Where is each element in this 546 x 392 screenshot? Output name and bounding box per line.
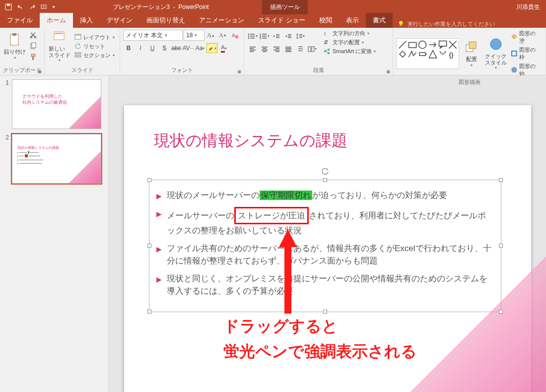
section-button[interactable]: セクション▾	[72, 52, 117, 59]
svg-rect-46	[263, 48, 267, 49]
increase-font-icon[interactable]: A▲	[205, 30, 216, 40]
align-center-icon[interactable]	[259, 44, 270, 54]
redo-icon[interactable]	[27, 1, 38, 12]
line-spacing-icon[interactable]: ▾	[295, 31, 306, 41]
justify-icon[interactable]	[283, 44, 294, 54]
change-case-icon[interactable]: Aa▾	[195, 43, 205, 53]
reset-button[interactable]: リセット	[72, 43, 117, 50]
align-left-icon[interactable]	[247, 44, 258, 54]
svg-rect-4	[12, 33, 16, 36]
resize-handle[interactable]	[147, 244, 151, 248]
slide-canvas-area[interactable]: 現状の情報システムの課題 ▶ 現状のメールサーバーの保守期限切れが迫っており、何…	[109, 75, 546, 392]
numbering-icon[interactable]: 123▾	[259, 31, 270, 41]
tab-review[interactable]: 校閲	[312, 13, 339, 28]
arrange-button[interactable]: 配置▾	[460, 37, 483, 70]
save-icon[interactable]	[3, 1, 14, 12]
svg-rect-35	[288, 34, 291, 35]
clear-formatting-icon[interactable]: A	[229, 30, 240, 40]
italic-icon[interactable]: I	[135, 43, 146, 53]
bullet-3[interactable]: ▶ ファイル共有のためのサーバーはあるが、情報共有の多くがExcelで行われてお…	[156, 242, 494, 267]
group-label-slides: スライド	[48, 65, 117, 74]
font-color-icon[interactable]: A▾	[218, 43, 229, 53]
group-label-drawing: 図形描画	[396, 77, 543, 86]
bullet-1[interactable]: ▶ 現状のメールサーバーの保守期限切れが迫っており、何らかの対策が必要	[156, 189, 494, 202]
content-textbox[interactable]: ▶ 現状のメールサーバーの保守期限切れが迫っており、何らかの対策が必要 ▶ メー…	[149, 180, 501, 312]
start-from-beginning-icon[interactable]	[39, 1, 50, 12]
distribute-icon[interactable]: ☰	[295, 44, 306, 54]
thumbnail-1[interactable]: 1 クラウドを利用した 社内システムの最適化	[2, 79, 107, 129]
format-painter-icon[interactable]	[28, 52, 39, 62]
strikethrough-icon[interactable]: abc	[171, 43, 182, 53]
align-right-icon[interactable]	[271, 44, 282, 54]
tab-view[interactable]: 表示	[339, 13, 366, 28]
thumbnail-2[interactable]: 2 現状の情報システムの課題 ▸ ━━━━━ ━ ━━━━━━ ▸ ━━━ ━━…	[2, 134, 107, 184]
resize-handle[interactable]	[147, 310, 151, 314]
svg-rect-34	[276, 37, 279, 38]
highlight-icon[interactable]: ▾	[206, 43, 217, 53]
shape-outline-button[interactable]: 図形の枠	[509, 46, 543, 61]
copy-icon[interactable]	[28, 41, 39, 51]
align-text-button[interactable]: ⇵文字の配置▾	[322, 39, 378, 46]
tab-design[interactable]: デザイン	[100, 13, 139, 28]
svg-rect-31	[262, 38, 267, 39]
decrease-indent-icon[interactable]	[271, 31, 282, 41]
bullet-4[interactable]: ▶ 現状と同じく、オンプレミスを前提にサーバーの公開や情報共有のためのシステムを…	[156, 272, 494, 298]
layout-button[interactable]: レイアウト▾	[72, 34, 117, 41]
svg-point-24	[248, 37, 250, 39]
bullet-2[interactable]: ▶ メールサーバーのストレージが圧迫されており、利用者に対してたびたびメールボッ…	[156, 207, 494, 237]
qat-dropdown-icon[interactable]: ▾	[51, 1, 57, 12]
svg-rect-43	[250, 50, 256, 51]
shadow-icon[interactable]: S	[159, 43, 170, 53]
font-size-combo[interactable]: 18▾	[184, 30, 205, 41]
bullets-icon[interactable]: ▾	[247, 31, 258, 41]
group-drawing: {} 配置▾ クイック スタイル▾ 図形の塗 図形の枠 図形の効 図形描画	[393, 28, 546, 75]
underline-icon[interactable]: U	[147, 43, 158, 53]
shape-fill-button[interactable]: 図形の塗	[509, 30, 543, 45]
new-slide-button[interactable]: 新しい スライド ▾	[48, 30, 71, 63]
convert-smartart-button[interactable]: SmartArt に変換▾	[322, 48, 378, 55]
bullet-marker-icon: ▶	[156, 242, 162, 267]
quick-styles-button[interactable]: クイック スタイル▾	[484, 37, 508, 70]
tell-me-box[interactable]: 💡 実行したい作業を入力してください	[393, 20, 500, 28]
tab-animations[interactable]: アニメーション	[192, 13, 251, 28]
resize-handle[interactable]	[499, 310, 503, 314]
svg-rect-61	[328, 52, 330, 54]
dialog-launcher-icon[interactable]: ▣	[38, 69, 42, 74]
bold-icon[interactable]: B	[123, 43, 134, 53]
character-spacing-icon[interactable]: AV↔	[183, 43, 194, 53]
paste-button[interactable]: 貼り付け ▾	[3, 30, 27, 63]
slide: 現状の情報システムの課題 ▶ 現状のメールサーバーの保守期限切れが迫っており、何…	[124, 105, 531, 392]
quick-access-toolbar: ▾	[0, 1, 60, 12]
resize-handle[interactable]	[499, 178, 503, 182]
shape-gallery[interactable]: {}	[396, 38, 459, 69]
font-name-combo[interactable]: メイリオ 本文▾	[123, 30, 183, 41]
tab-slideshow[interactable]: スライド ショー	[251, 13, 312, 28]
decrease-font-icon[interactable]: A▼	[217, 30, 228, 40]
annotation-text: ドラッグすると 蛍光ペンで強調表示される	[223, 314, 417, 364]
tab-home[interactable]: ホーム	[40, 13, 73, 28]
tab-file[interactable]: ファイル	[0, 13, 40, 28]
undo-icon[interactable]	[15, 1, 26, 12]
dialog-launcher-icon[interactable]: ▣	[386, 69, 391, 74]
text-direction-button[interactable]: ↕文字列の方向▾	[322, 30, 378, 37]
tab-insert[interactable]: 挿入	[73, 13, 100, 28]
resize-handle[interactable]	[499, 244, 503, 248]
app-name: PowerPoint	[178, 3, 208, 10]
resize-handle[interactable]	[147, 178, 151, 182]
contextual-tool-label: 描画ツール	[262, 0, 308, 14]
svg-rect-27	[262, 34, 267, 35]
svg-rect-55	[285, 50, 291, 51]
svg-rect-51	[273, 50, 279, 51]
rotate-handle-icon[interactable]	[321, 167, 329, 175]
resize-handle[interactable]	[323, 310, 327, 314]
dialog-launcher-icon[interactable]: ▣	[237, 69, 242, 74]
columns-icon[interactable]: ▾	[307, 44, 318, 54]
tab-transitions[interactable]: 画面切り替え	[139, 13, 192, 28]
svg-rect-67	[469, 42, 476, 49]
tab-format[interactable]: 書式	[366, 13, 393, 28]
cut-icon[interactable]	[28, 30, 39, 40]
slide-title[interactable]: 現状の情報システムの課題	[154, 130, 347, 152]
increase-indent-icon[interactable]	[283, 31, 294, 41]
svg-rect-1	[7, 4, 10, 6]
resize-handle[interactable]	[323, 178, 327, 182]
